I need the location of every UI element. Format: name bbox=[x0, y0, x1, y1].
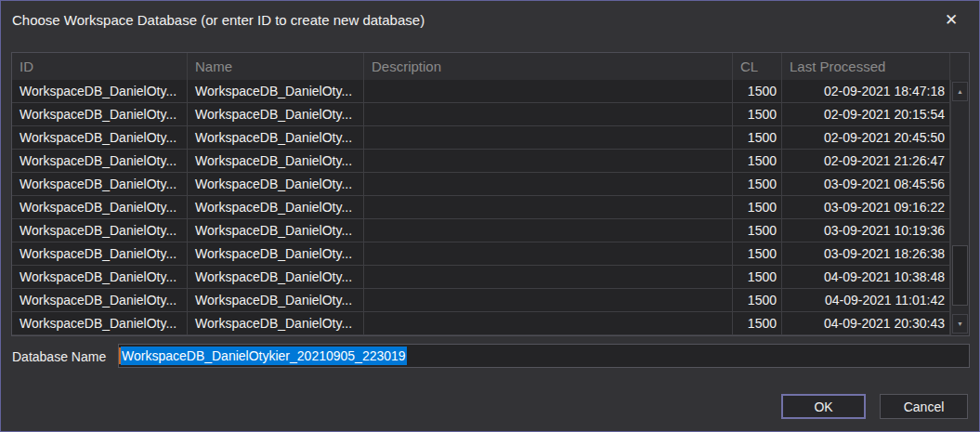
cell-id: WorkspaceDB_DanielOty... bbox=[12, 126, 188, 149]
cell-cl: 1500 bbox=[733, 219, 782, 242]
cell-last-processed: 03-09-2021 10:19:36 bbox=[782, 219, 950, 242]
cell-last-processed: 02-09-2021 20:45:50 bbox=[782, 126, 950, 149]
cell-id: WorkspaceDB_DanielOty... bbox=[12, 196, 188, 218]
table-header: ID Name Description CL Last Processed bbox=[12, 53, 969, 80]
workspace-database-table: ID Name Description CL Last Processed Wo… bbox=[11, 52, 970, 336]
cell-name: WorkspaceDB_DanielOty... bbox=[188, 126, 364, 149]
cell-cl: 1500 bbox=[733, 80, 782, 102]
cell-last-processed: 04-09-2021 20:30:43 bbox=[782, 312, 950, 334]
column-header-name[interactable]: Name bbox=[188, 53, 364, 80]
table-row[interactable]: WorkspaceDB_DanielOty... WorkspaceDB_Dan… bbox=[12, 242, 969, 266]
cell-id: WorkspaceDB_DanielOty... bbox=[12, 150, 188, 172]
cell-description bbox=[364, 289, 733, 311]
scroll-up-icon[interactable]: ▲ bbox=[952, 82, 968, 101]
cell-description bbox=[364, 242, 733, 265]
vertical-scrollbar[interactable]: ▲ ▼ bbox=[950, 80, 969, 335]
cell-description bbox=[364, 219, 733, 242]
cell-cl: 1500 bbox=[733, 103, 782, 125]
cell-name: WorkspaceDB_DanielOty... bbox=[188, 289, 364, 311]
cell-last-processed: 03-09-2021 08:45:56 bbox=[782, 173, 950, 195]
cell-last-processed: 03-09-2021 09:16:22 bbox=[782, 196, 950, 218]
cancel-button[interactable]: Cancel bbox=[880, 394, 968, 419]
cell-name: WorkspaceDB_DanielOty... bbox=[188, 219, 364, 242]
cell-cl: 1500 bbox=[733, 266, 782, 288]
cell-name: WorkspaceDB_DanielOty... bbox=[188, 103, 364, 125]
column-header-description[interactable]: Description bbox=[364, 53, 733, 80]
table-row[interactable]: WorkspaceDB_DanielOty... WorkspaceDB_Dan… bbox=[12, 126, 969, 150]
cell-last-processed: 04-09-2021 11:01:42 bbox=[782, 289, 950, 311]
cell-cl: 1500 bbox=[733, 242, 782, 265]
cell-name: WorkspaceDB_DanielOty... bbox=[188, 150, 364, 172]
choose-workspace-database-dialog: Choose Workspace Database (or enter ID t… bbox=[0, 0, 980, 432]
database-name-selected-text: WorkspaceDB_DanielOtykier_20210905_22301… bbox=[121, 347, 407, 365]
table-body: WorkspaceDB_DanielOty... WorkspaceDB_Dan… bbox=[12, 80, 969, 335]
table-row[interactable]: WorkspaceDB_DanielOty... WorkspaceDB_Dan… bbox=[12, 266, 969, 289]
cell-cl: 1500 bbox=[733, 289, 782, 311]
cell-name: WorkspaceDB_DanielOty... bbox=[188, 242, 364, 265]
table-row[interactable]: WorkspaceDB_DanielOty... WorkspaceDB_Dan… bbox=[12, 196, 969, 219]
table-row[interactable]: WorkspaceDB_DanielOty... WorkspaceDB_Dan… bbox=[12, 289, 969, 312]
column-header-last-processed[interactable]: Last Processed bbox=[782, 53, 950, 80]
cell-id: WorkspaceDB_DanielOty... bbox=[12, 219, 188, 242]
cell-id: WorkspaceDB_DanielOty... bbox=[12, 103, 188, 125]
table-row[interactable]: WorkspaceDB_DanielOty... WorkspaceDB_Dan… bbox=[12, 150, 969, 173]
cell-description bbox=[364, 196, 733, 218]
cell-cl: 1500 bbox=[733, 150, 782, 172]
cell-description bbox=[364, 150, 733, 172]
cell-last-processed: 03-09-2021 18:26:38 bbox=[782, 242, 950, 265]
cell-id: WorkspaceDB_DanielOty... bbox=[12, 312, 188, 334]
table-row[interactable]: WorkspaceDB_DanielOty... WorkspaceDB_Dan… bbox=[12, 173, 969, 196]
database-name-label: Database Name bbox=[12, 349, 106, 364]
cell-id: WorkspaceDB_DanielOty... bbox=[12, 173, 188, 195]
cell-cl: 1500 bbox=[733, 196, 782, 218]
cell-description bbox=[364, 103, 733, 125]
scrollbar-thumb[interactable] bbox=[952, 245, 968, 306]
table-row[interactable]: WorkspaceDB_DanielOty... WorkspaceDB_Dan… bbox=[12, 312, 969, 335]
table-row[interactable]: WorkspaceDB_DanielOty... WorkspaceDB_Dan… bbox=[12, 103, 969, 126]
cell-name: WorkspaceDB_DanielOty... bbox=[188, 312, 364, 334]
dialog-title: Choose Workspace Database (or enter ID t… bbox=[12, 12, 425, 28]
cell-cl: 1500 bbox=[733, 173, 782, 195]
close-icon[interactable]: ✕ bbox=[938, 7, 964, 33]
scroll-down-icon[interactable]: ▼ bbox=[952, 314, 968, 334]
cell-description bbox=[364, 266, 733, 288]
cell-cl: 1500 bbox=[733, 126, 782, 149]
cell-last-processed: 02-09-2021 18:47:18 bbox=[782, 80, 950, 102]
table-row[interactable]: WorkspaceDB_DanielOty... WorkspaceDB_Dan… bbox=[12, 80, 969, 103]
cell-id: WorkspaceDB_DanielOty... bbox=[12, 242, 188, 265]
cell-name: WorkspaceDB_DanielOty... bbox=[188, 266, 364, 288]
cell-description bbox=[364, 173, 733, 195]
column-header-id[interactable]: ID bbox=[12, 53, 188, 80]
cell-description bbox=[364, 80, 733, 102]
cell-cl: 1500 bbox=[733, 312, 782, 334]
cell-description bbox=[364, 126, 733, 149]
table-row[interactable]: WorkspaceDB_DanielOty... WorkspaceDB_Dan… bbox=[12, 219, 969, 242]
cell-id: WorkspaceDB_DanielOty... bbox=[12, 266, 188, 288]
cell-description bbox=[364, 312, 733, 334]
cell-id: WorkspaceDB_DanielOty... bbox=[12, 289, 188, 311]
cell-name: WorkspaceDB_DanielOty... bbox=[188, 173, 364, 195]
cell-name: WorkspaceDB_DanielOty... bbox=[188, 80, 364, 102]
cell-id: WorkspaceDB_DanielOty... bbox=[12, 80, 188, 102]
ok-button[interactable]: OK bbox=[781, 394, 866, 419]
cell-last-processed: 02-09-2021 21:26:47 bbox=[782, 150, 950, 172]
cell-name: WorkspaceDB_DanielOty... bbox=[188, 196, 364, 218]
database-name-input[interactable]: WorkspaceDB_DanielOtykier_20210905_22301… bbox=[118, 344, 970, 368]
column-header-scrollbar-spacer bbox=[950, 53, 969, 80]
cell-last-processed: 04-09-2021 10:38:48 bbox=[782, 266, 950, 288]
column-header-cl[interactable]: CL bbox=[733, 53, 782, 80]
cell-last-processed: 02-09-2021 20:15:54 bbox=[782, 103, 950, 125]
